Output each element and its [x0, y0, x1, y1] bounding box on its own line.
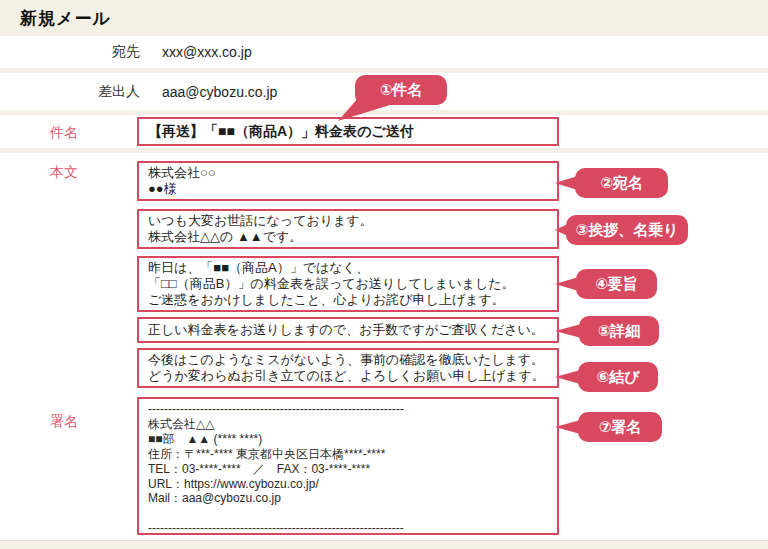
signature-box[interactable]: ----------------------------------------…	[137, 397, 559, 535]
page-title: 新規メール	[20, 7, 111, 30]
body-main-point-box[interactable]: 昨日は、「■■（商品A）」ではなく、 「□□（商品B）」の料金表を誤ってお送りし…	[137, 256, 559, 312]
annotation-greeting: ③挨拶、名乗り	[566, 215, 688, 245]
body-recipient-box[interactable]: 株式会社○○ ●●様	[137, 161, 559, 201]
to-value[interactable]: xxx@xxx.co.jp	[162, 44, 252, 60]
annotation-signature: ⑦署名	[578, 412, 662, 442]
to-label: 宛先	[0, 43, 140, 61]
new-mail-screen: 新規メール 宛先 xxx@xxx.co.jp 差出人 aaa@cybozu.co…	[0, 0, 768, 549]
body-label: 本文	[50, 164, 78, 182]
annotation-details: ⑤詳細	[579, 316, 659, 346]
body-details-box[interactable]: 正しい料金表をお送りしますので、お手数ですがご査収ください。	[137, 317, 559, 343]
to-field-row: 宛先 xxx@xxx.co.jp	[0, 36, 768, 68]
from-label: 差出人	[0, 83, 140, 101]
mail-body-area: 本文 株式会社○○ ●●様 いつも大変お世話になっております。 株式会社△△の …	[0, 153, 768, 541]
annotation-closing: ⑥結び	[578, 362, 658, 392]
subject-label: 件名	[50, 124, 78, 142]
subject-field-row: 件名 【再送】「■■（商品A）」料金表のご送付	[0, 115, 768, 148]
annotation-subject: ①件名	[355, 75, 447, 105]
subject-input[interactable]: 【再送】「■■（商品A）」料金表のご送付	[137, 117, 559, 146]
annotation-main-point: ④要旨	[576, 269, 657, 299]
from-value[interactable]: aaa@cybozu.co.jp	[162, 84, 277, 100]
body-greeting-box[interactable]: いつも大変お世話になっております。 株式会社△△の ▲▲です。	[137, 209, 559, 249]
body-closing-box[interactable]: 今後はこのようなミスがないよう、事前の確認を徹底いたします。 どうか変わらぬお引…	[137, 348, 559, 388]
annotation-recipient-name: ②宛名	[575, 168, 668, 198]
signature-label: 署名	[50, 413, 78, 431]
